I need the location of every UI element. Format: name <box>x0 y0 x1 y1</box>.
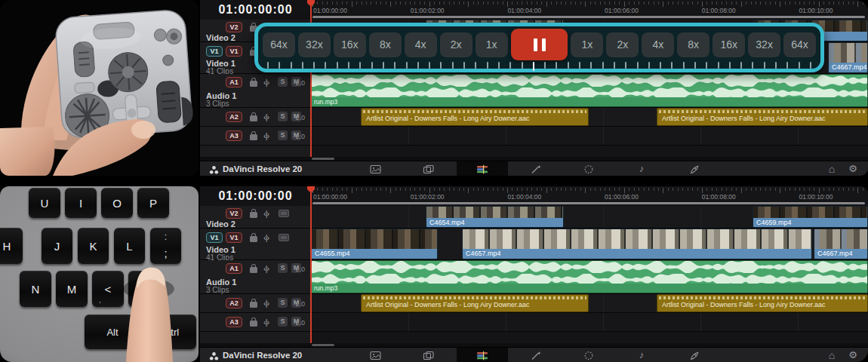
lock-icon[interactable] <box>250 212 257 218</box>
track-content-audio3[interactable] <box>311 127 868 146</box>
track-content-audio2[interactable]: Artlist Original - Downers Falls - Long … <box>311 108 868 127</box>
track-header-video2: V2 ‹|› Video 2 <box>200 206 311 229</box>
tab-fusion[interactable] <box>521 161 551 176</box>
tab-cut[interactable] <box>414 348 444 362</box>
speed-button[interactable]: 32x <box>298 32 331 57</box>
track-content-video1[interactable]: C4655.mp4C4657.mp4C4667.mp4 <box>311 229 868 260</box>
auto-select-icon[interactable]: ‹|› <box>263 210 269 217</box>
video-clip[interactable]: C4657.mp4 <box>462 229 812 259</box>
video-clip[interactable]: C4655.mp4 <box>311 229 438 259</box>
speed-button[interactable]: 2x <box>440 32 472 57</box>
speed-tick <box>729 62 731 69</box>
lock-icon[interactable] <box>250 267 257 273</box>
speed-button[interactable]: 64x <box>263 32 295 57</box>
track-content-video2[interactable]: C4654.mp4C4659.mp4 <box>311 206 868 229</box>
settings-button[interactable]: ⚙ <box>838 348 868 362</box>
audio-clip[interactable]: run.mp3 <box>311 260 868 293</box>
video-clip[interactable]: C4667.mp4 <box>814 229 868 259</box>
speed-button[interactable]: 1x <box>571 32 603 57</box>
track-content-audio2[interactable]: Artlist Original - Downers Falls - Long … <box>311 294 868 313</box>
settings-button[interactable]: ⚙ <box>838 161 868 176</box>
track-content-audio1[interactable]: run.mp3 <box>311 260 868 294</box>
tab-fairlight[interactable]: ♪ <box>626 348 657 362</box>
tab-fusion[interactable] <box>521 348 551 362</box>
solo-button[interactable]: S <box>278 130 288 140</box>
video-clip[interactable]: C4667.mp4 <box>828 42 868 73</box>
lock-icon[interactable] <box>250 321 257 327</box>
tab-cut[interactable] <box>414 161 444 176</box>
auto-select-icon[interactable]: ‹|› <box>263 113 269 121</box>
ruler-zoom-bar[interactable] <box>312 202 865 204</box>
tab-color[interactable] <box>574 161 604 176</box>
ruler-tick <box>517 2 518 5</box>
audio-clip[interactable]: Artlist Original - Downers Falls - Long … <box>361 108 589 126</box>
auto-select-icon[interactable]: ‹|› <box>263 132 269 140</box>
auto-select-icon[interactable]: ‹|› <box>263 234 269 241</box>
lock-icon[interactable] <box>250 81 257 87</box>
auto-select-icon[interactable]: ‹|› <box>263 78 269 86</box>
ruler-zoom-bar[interactable] <box>312 16 865 18</box>
filmstrip-icon[interactable] <box>279 234 289 241</box>
audio-clip[interactable]: Artlist Original - Downers Falls - Long … <box>361 294 589 312</box>
track-destination-badge[interactable]: V2 <box>226 22 242 32</box>
auto-select-icon[interactable]: ‹|› <box>263 265 269 272</box>
timeline-scrollbar-handle[interactable] <box>312 344 334 346</box>
tab-deliver[interactable] <box>679 161 709 176</box>
track-destination-badge[interactable]: A1 <box>226 263 242 274</box>
filmstrip-icon[interactable] <box>279 210 289 217</box>
lock-icon[interactable] <box>250 134 257 140</box>
track-destination-badge[interactable]: A2 <box>226 298 242 308</box>
audio-clip[interactable]: Artlist Original - Downers Falls - Long … <box>657 108 868 126</box>
track-destination-badge[interactable]: A3 <box>226 130 242 141</box>
tab-deliver[interactable] <box>679 348 709 362</box>
speed-button[interactable]: 8x <box>677 32 709 57</box>
lock-icon[interactable] <box>250 302 257 308</box>
speed-tick <box>348 62 349 69</box>
tab-media[interactable] <box>360 348 390 362</box>
track-destination-badge[interactable]: V1 <box>206 46 223 57</box>
solo-button[interactable]: S <box>278 317 288 327</box>
track-enable-badge[interactable]: V1 <box>226 232 242 243</box>
ruler-tick <box>317 188 318 191</box>
audio-clip[interactable]: run.mp3 <box>311 74 868 107</box>
solo-button[interactable]: S <box>278 77 288 87</box>
solo-button[interactable]: S <box>278 112 288 121</box>
lock-icon[interactable] <box>250 115 257 121</box>
pause-button[interactable] <box>511 29 568 60</box>
video-clip[interactable]: C4654.mp4 <box>426 206 564 228</box>
audio-clip[interactable]: Artlist Original - Downers Falls - Long … <box>657 294 868 312</box>
speed-button[interactable]: 4x <box>405 32 437 57</box>
track-destination-badge[interactable]: V1 <box>206 232 223 243</box>
lock-icon[interactable] <box>250 236 257 242</box>
playhead-line[interactable] <box>310 186 312 343</box>
timeline-scrollbar-handle[interactable] <box>312 158 334 160</box>
auto-select-icon[interactable]: ‹|› <box>263 318 269 326</box>
tab-edit[interactable] <box>467 161 497 176</box>
timeline-ruler[interactable]: 01:00:00:0001:00:02:0001:00:04:0001:00:0… <box>311 186 868 206</box>
video-clip[interactable]: C4659.mp4 <box>753 206 868 228</box>
track-destination-badge[interactable]: A1 <box>226 77 242 87</box>
auto-select-icon[interactable]: ‹|› <box>263 299 269 307</box>
tab-media[interactable] <box>360 161 390 176</box>
speed-button[interactable]: 2x <box>606 32 639 57</box>
speed-button[interactable]: 64x <box>783 32 816 57</box>
speed-button[interactable]: 4x <box>642 32 674 57</box>
speed-button[interactable]: 32x <box>748 32 780 57</box>
track-destination-badge[interactable]: A3 <box>226 317 242 327</box>
speed-button[interactable]: 1x <box>476 32 508 57</box>
tab-fairlight[interactable]: ♪ <box>626 161 657 176</box>
speed-button[interactable]: 16x <box>334 32 366 57</box>
track-destination-badge[interactable]: A2 <box>226 112 242 122</box>
speed-button[interactable]: 8x <box>369 32 402 57</box>
ruler-tick <box>712 188 713 191</box>
tab-color[interactable] <box>574 348 604 362</box>
speed-button[interactable]: 16x <box>713 32 745 57</box>
track-content-audio1[interactable]: run.mp3 <box>311 74 868 108</box>
solo-button[interactable]: S <box>278 298 288 308</box>
track-content-audio3[interactable] <box>311 313 868 332</box>
track-destination-badge[interactable]: V2 <box>226 208 242 219</box>
track-enable-badge[interactable]: V1 <box>226 46 242 57</box>
timeline-ruler[interactable]: 01:00:00:0001:00:02:0001:00:04:0001:00:0… <box>311 0 868 20</box>
solo-button[interactable]: S <box>278 263 288 273</box>
tab-edit[interactable] <box>467 348 497 362</box>
